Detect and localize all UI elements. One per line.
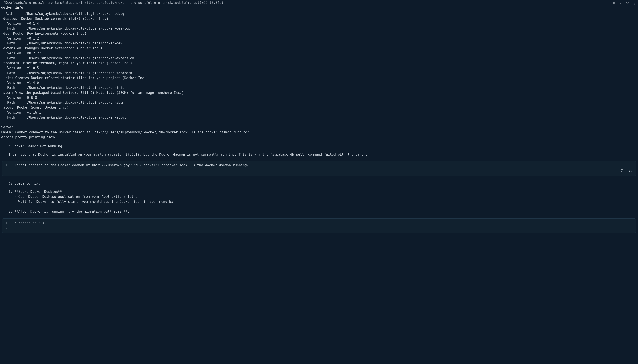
code-text [15,226,17,231]
steps-heading: ## Steps to Fix: [9,181,629,186]
terminal-line: Version: v0.2.27 [1,51,637,56]
paragraph-post: command failed with the error: [306,153,368,156]
terminal-prompt-icon[interactable] [628,169,633,174]
header-left: ~/Downloads/projects/ritro-templates/nex… [1,0,612,10]
step-line: - Open Docker Desktop application from y… [9,194,629,199]
download-icon[interactable] [619,1,623,6]
terminal-output: Path: /Users/sujaykundu/.docker/cli-plug… [0,12,638,142]
code-text: Cannot connect to the Docker daemon at u… [15,163,249,168]
terminal-line: scout: Docker Scout (Docker Inc.) [1,105,637,110]
terminal-line: Path: /Users/sujaykundu/.docker/cli-plug… [1,26,637,31]
terminal-line: extension: Manages Docker extensions (Do… [1,46,637,51]
code-text: supabase db pull [15,221,46,226]
line-number: 1 [5,163,15,168]
step-line: - Wait for Docker to fully start (you sh… [9,200,629,204]
terminal-line: ERROR: Cannot connect to the Docker daem… [1,130,637,135]
terminal-line: init: Creates Docker-related starter fil… [1,76,637,80]
step-line: 2. **After Docker is running, try the mi… [9,209,629,214]
terminal-line [1,120,637,125]
step-line [9,204,629,209]
command: docker info [1,5,612,10]
terminal-line: Path: /Users/sujaykundu/.docker/cli-plug… [1,85,637,90]
svg-point-0 [634,2,635,2]
step-line: 1. **Start Docker Desktop**: [9,190,629,194]
inline-code: `supabase db pull` [270,153,306,156]
terminal-line: Path: /Users/sujaykundu/.docker/cli-plug… [1,56,637,61]
terminal-line: sbom: View the packaged-based Software B… [1,90,637,95]
assistant-response: # Docker Daemon Not Running I can see th… [0,142,638,158]
paragraph-pre: I can see that Docker is installed on yo… [9,153,270,156]
line-number: 2 [5,226,15,231]
terminal-line: Path: /Users/sujaykundu/.docker/cli-plug… [1,12,637,16]
copy-icon[interactable] [620,169,624,174]
code-block-error: 1 Cannot connect to the Docker daemon at… [2,160,636,176]
terminal-line: Version: v1.4.0 [1,80,637,85]
code-row: 1 Cannot connect to the Docker daemon at… [5,163,633,168]
line-number: 1 [5,221,15,226]
terminal-line: dev: Docker Dev Environments (Docker Inc… [1,31,637,36]
more-icon[interactable] [632,1,636,6]
terminal-line: Version: v0.1.2 [1,36,637,41]
cwd-path: ~/Downloads/projects/ritro-templates/nex… [1,0,612,5]
filter-icon[interactable] [626,1,629,6]
terminal-line: Version: v1.0.5 [1,66,637,70]
terminal-line: Path: /Users/sujaykundu/.docker/cli-plug… [1,100,637,105]
terminal-line: errors pretty printing info [1,135,637,140]
response-heading: # Docker Daemon Not Running [9,144,629,149]
steps-body: 1. **Start Docker Desktop**: - Open Dock… [9,190,629,214]
svg-point-2 [634,4,635,5]
pin-icon[interactable] [612,1,616,6]
header-toolbar [612,0,636,6]
terminal-line: feedback: Provide feedback, right in you… [1,61,637,66]
code-row: 1supabase db pull [5,221,633,226]
terminal-line: Server: [1,125,637,130]
steps-section: ## Steps to Fix: 1. **Start Docker Deskt… [0,180,638,216]
terminal-line: Version: v1.16.1 [1,110,637,115]
terminal-line: Version: 0.6.0 [1,95,637,100]
terminal-line: Path: /Users/sujaykundu/.docker/cli-plug… [1,41,637,46]
code-block-command: 1supabase db pull2 [2,218,636,233]
code-row: 2 [5,226,633,231]
response-paragraph: I can see that Docker is installed on yo… [9,152,629,157]
svg-point-1 [634,3,635,4]
code-actions [620,169,633,174]
terminal-line: desktop: Docker Desktop commands (Beta) … [1,16,637,21]
terminal-line: Path: /Users/sujaykundu/.docker/cli-plug… [1,71,637,76]
terminal-line: Path: /Users/sujaykundu/.docker/cli-plug… [1,115,637,120]
terminal-line: Version: v0.1.4 [1,21,637,26]
svg-rect-3 [622,170,624,172]
terminal-header: ~/Downloads/projects/ritro-templates/nex… [0,0,638,10]
